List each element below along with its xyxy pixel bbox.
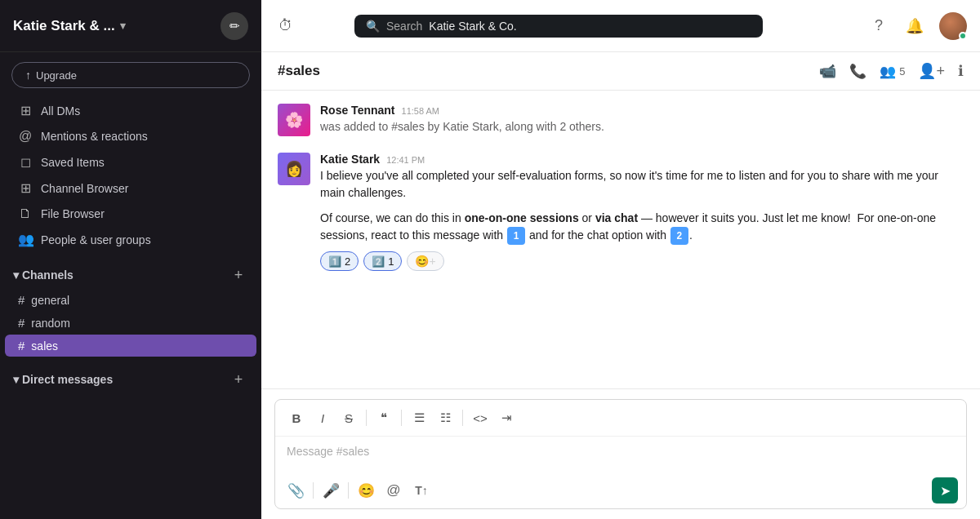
input-separator: [348, 482, 349, 499]
workspace-chevron-icon: ▾: [120, 20, 126, 32]
text-format-button[interactable]: T↑: [409, 478, 434, 503]
hash-icon: #: [18, 293, 24, 307]
workspace-name[interactable]: Katie Stark & ... ▾: [13, 18, 126, 34]
message-text: was added to #sales by Katie Stark, alon…: [320, 118, 964, 135]
sidebar-item-label: All DMs: [41, 104, 80, 118]
channel-info-button[interactable]: ℹ: [958, 62, 964, 80]
search-bar[interactable]: 🔍 Search Katie Stark & Co.: [354, 15, 763, 38]
message-input-area: B I S ❝ ☰ ☷ <> ⇥ Message #sales 📎 🎤: [261, 388, 980, 519]
sidebar-item-label: Channel Browser: [41, 182, 128, 195]
input-box: B I S ❝ ☰ ☷ <> ⇥ Message #sales 📎 🎤: [274, 399, 967, 509]
video-icon: 📹: [819, 63, 836, 80]
file-browser-icon: 🗋: [18, 206, 33, 221]
channels-section-header[interactable]: ▾ Channels +: [0, 257, 261, 288]
chevron-icon: ▾: [13, 268, 22, 282]
sidebar-item-all-dms[interactable]: ⊞ All DMs: [5, 98, 256, 123]
avatar: 🌸: [278, 104, 310, 136]
bold-button[interactable]: B: [285, 406, 308, 429]
message-time: 12:41 PM: [386, 155, 425, 165]
indent-button[interactable]: ⇥: [495, 406, 518, 429]
upgrade-icon: ↑: [25, 69, 31, 82]
input-separator: [313, 482, 314, 499]
sidebar-item-channel-browser[interactable]: ⊞ Channel Browser: [5, 175, 256, 201]
upgrade-label: Upgrade: [36, 69, 77, 82]
info-icon: ℹ: [958, 62, 964, 80]
user-avatar-wrap[interactable]: [939, 12, 967, 40]
channel-title: #sales: [278, 63, 320, 79]
add-channel-button[interactable]: +: [229, 265, 248, 285]
reaction-emoji: 2️⃣: [372, 255, 385, 268]
message-meta: Rose Tennant 11:58 AM: [320, 104, 964, 117]
hash-icon: #: [18, 339, 24, 353]
add-reaction-button[interactable]: 😊+: [407, 251, 443, 271]
channel-actions: 📹 📞 👥 5 👤+ ℹ: [819, 62, 964, 80]
sidebar-item-people[interactable]: 👥 People & user groups: [5, 227, 256, 252]
audio-button[interactable]: 🎤: [318, 478, 343, 503]
channel-name: random: [31, 317, 69, 330]
unordered-list-button[interactable]: ☷: [434, 406, 457, 429]
channel-item-sales[interactable]: # sales: [5, 335, 256, 357]
upgrade-button[interactable]: ↑ Upgrade: [11, 62, 250, 88]
attach-file-button[interactable]: 📎: [283, 478, 308, 503]
input-placeholder: Message #sales: [287, 445, 369, 458]
mention-button[interactable]: @: [381, 478, 406, 503]
edit-button[interactable]: ✏: [220, 12, 248, 40]
ordered-list-button[interactable]: ☰: [408, 406, 430, 429]
search-label: Search: [386, 20, 422, 33]
add-member-button[interactable]: 👤+: [918, 62, 945, 80]
emoji-number-1: 1: [507, 227, 525, 245]
toolbar-separator: [401, 410, 402, 426]
sidebar-item-mentions[interactable]: @ Mentions & reactions: [5, 124, 256, 149]
channel-name: general: [31, 294, 69, 307]
add-dm-button[interactable]: +: [229, 370, 248, 389]
channel-name: sales: [31, 339, 58, 353]
top-bar-right: ? 🔔: [867, 12, 967, 40]
main-content: ⏱ 🔍 Search Katie Stark & Co. ? 🔔 #sales …: [261, 0, 980, 519]
mentions-icon: @: [18, 129, 33, 144]
avatar-status-indicator: [959, 32, 967, 40]
reaction-count: 2: [345, 255, 350, 268]
reactions-row: 1️⃣ 2 2️⃣ 1 😊+: [320, 251, 964, 271]
help-button[interactable]: ?: [867, 15, 890, 38]
messages-list: 🌸 Rose Tennant 11:58 AM was added to #sa…: [261, 91, 980, 388]
toolbar-separator: [462, 410, 463, 426]
message-meta: Katie Stark 12:41 PM: [320, 153, 964, 166]
video-call-button[interactable]: 📹: [819, 63, 836, 80]
sidebar-item-label: Mentions & reactions: [41, 130, 148, 143]
channel-browser-icon: ⊞: [18, 180, 33, 196]
channels-section-label: ▾ Channels: [13, 268, 74, 282]
blockquote-button[interactable]: ❝: [372, 406, 395, 429]
message-body: Rose Tennant 11:58 AM was added to #sale…: [320, 104, 964, 136]
all-dms-icon: ⊞: [18, 103, 33, 118]
emoji-button[interactable]: 😊: [354, 478, 378, 503]
workspace-title: Katie Stark & ...: [13, 18, 115, 34]
people-icon: 👥: [18, 232, 33, 247]
channel-item-random[interactable]: # random: [5, 312, 256, 334]
reaction-1[interactable]: 1️⃣ 2: [320, 251, 359, 271]
send-button[interactable]: ➤: [932, 477, 958, 503]
strikethrough-button[interactable]: S: [337, 406, 360, 429]
top-bar: ⏱ 🔍 Search Katie Stark & Co. ? 🔔: [261, 0, 980, 52]
channel-item-general[interactable]: # general: [5, 289, 256, 311]
message-author: Katie Stark: [320, 153, 380, 166]
code-button[interactable]: <>: [469, 406, 492, 429]
message-row: 👩 Katie Stark 12:41 PM I believe you've …: [278, 153, 964, 271]
reaction-2[interactable]: 2️⃣ 1: [363, 251, 402, 271]
avatar-initials: 👩: [285, 160, 303, 178]
italic-button[interactable]: I: [311, 406, 334, 429]
history-button[interactable]: ⏱: [274, 15, 297, 38]
members-button[interactable]: 👥 5: [880, 64, 905, 79]
hash-icon: #: [18, 316, 24, 330]
sidebar-item-saved[interactable]: ◻ Saved Items: [5, 149, 256, 175]
message-input[interactable]: Message #sales: [275, 437, 966, 472]
audio-call-button[interactable]: 📞: [849, 63, 866, 80]
sidebar-item-file-browser[interactable]: 🗋 File Browser: [5, 202, 256, 226]
message-text: I believe you've all completed your self…: [320, 167, 964, 245]
toolbar-separator: [366, 410, 367, 426]
members-icon: 👥: [880, 64, 896, 79]
notifications-button[interactable]: 🔔: [903, 15, 926, 38]
avatar: 👩: [278, 153, 310, 185]
dm-section-header[interactable]: ▾ Direct messages +: [0, 362, 261, 393]
sidebar-item-label: People & user groups: [41, 233, 151, 246]
formatting-toolbar: B I S ❝ ☰ ☷ <> ⇥: [275, 400, 966, 437]
